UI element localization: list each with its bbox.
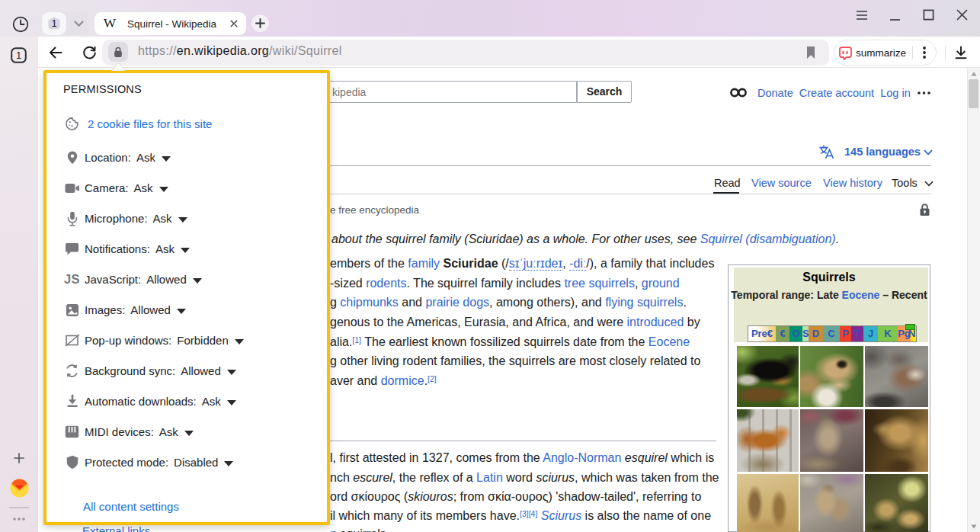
svg-text:1: 1 [16, 50, 21, 61]
svg-text:1: 1 [51, 18, 56, 29]
